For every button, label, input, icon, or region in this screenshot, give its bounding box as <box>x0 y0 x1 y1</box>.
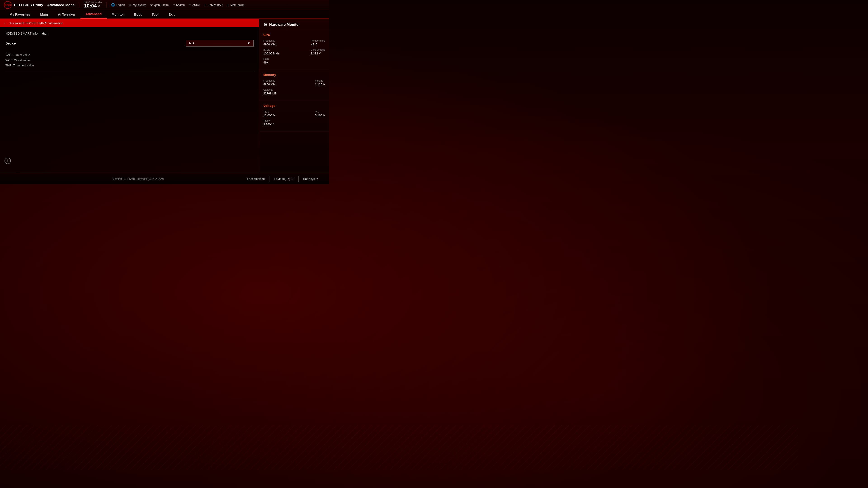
hotkeys-button[interactable]: Hot Keys ? <box>299 176 322 182</box>
hw-mem-freq-col: Frequency 4800 MHz <box>264 79 277 86</box>
nav-favorites[interactable]: My Favorites <box>4 10 35 19</box>
tool-english[interactable]: 🌐 English <box>111 3 125 6</box>
back-button[interactable]: ← <box>4 21 7 25</box>
hw-bclk-col: BCLK 100.00 MHz <box>264 48 279 55</box>
settings-icon[interactable]: ⚙ <box>98 4 100 7</box>
tool-aura[interactable]: ✦ AURA <box>189 3 200 6</box>
hw-12v-col: +12V 12.000 V <box>264 110 275 117</box>
section-title: HDD/SSD SMART Information <box>5 32 254 35</box>
hw-volt-row-1: +12V 12.000 V +5V 5.160 V <box>264 110 325 117</box>
tool-resizebar[interactable]: ⊞ ReSize BAR <box>204 3 223 6</box>
rog-logo: ROG <box>4 1 12 9</box>
tool-search[interactable]: ? Search <box>174 3 185 6</box>
info-button[interactable]: i <box>4 158 11 164</box>
hw-ratio-label: Ratio <box>264 57 269 60</box>
hotkeys-icon: ? <box>316 177 318 181</box>
hw-cpu-temp-label: Temperature <box>311 39 325 42</box>
top-bar: ROG UEFI BIOS Utility – Advanced Mode 08… <box>0 0 329 10</box>
footer-version: Version 2.21.1278 Copyright (C) 2022 AMI <box>34 177 243 181</box>
device-select-value: N/A <box>189 41 245 45</box>
breadcrumb: Advanced\HDD/SSD SMART Information <box>9 22 63 25</box>
hw-33v-value: 3.360 V <box>264 123 274 126</box>
legend-area: VAL: Current value WOR: Worst value THR:… <box>5 53 254 74</box>
nav-boot[interactable]: Boot <box>129 10 147 19</box>
last-modified-button[interactable]: Last Modified <box>243 176 270 182</box>
hw-12v-value: 12.000 V <box>264 113 275 117</box>
hw-ratio-col: Ratio 49x <box>264 57 269 64</box>
monitor-icon: 🖥 <box>264 22 268 27</box>
hw-bclk-value: 100.00 MHz <box>264 52 279 55</box>
hw-5v-col: +5V 5.160 V <box>315 110 325 117</box>
breadcrumb-bar: ← Advanced\HDD/SSD SMART Information <box>0 19 259 27</box>
hw-memory-section: Memory Frequency 4800 MHz Voltage 1.120 … <box>259 70 329 101</box>
hw-12v-label: +12V <box>264 110 275 113</box>
hw-cpu-temp-col: Temperature 47°C <box>311 39 325 46</box>
hw-capacity-col: Capacity 32768 MB <box>264 88 277 95</box>
legend-val: VAL: Current value <box>5 53 254 57</box>
hw-5v-label: +5V <box>315 110 325 113</box>
hw-monitor-title: Hardware Monitor <box>269 23 300 27</box>
time-area: 10:04 ⚙ <box>84 3 100 8</box>
hw-mem-row-2: Capacity 32768 MB <box>264 88 325 95</box>
main-content: ← Advanced\HDD/SSD SMART Information HDD… <box>0 19 329 173</box>
fan-icon: ⟳ <box>150 3 153 6</box>
globe-icon: 🌐 <box>111 3 115 6</box>
hw-corevolt-col: Core Voltage 1.332 V <box>311 48 325 55</box>
left-panel: ← Advanced\HDD/SSD SMART Information HDD… <box>0 19 259 173</box>
nav-exit[interactable]: Exit <box>163 10 180 19</box>
datetime-area: 08/22/2022 Monday 10:04 ⚙ <box>84 1 102 8</box>
hw-33v-label: +3.3V <box>264 119 274 122</box>
hw-cpu-freq-col: Frequency 4900 MHz <box>264 39 277 46</box>
legend-wor: WOR: Worst value <box>5 59 254 62</box>
hw-mem-volt-value: 1.120 V <box>315 83 325 86</box>
hw-capacity-label: Capacity <box>264 88 277 91</box>
hw-cpu-section: CPU Frequency 4900 MHz Temperature 47°C … <box>259 30 329 70</box>
hw-mem-volt-col: Voltage 1.120 V <box>315 79 325 86</box>
nav-aitweaker[interactable]: Ai Tweaker <box>53 10 81 19</box>
hw-5v-value: 5.160 V <box>315 113 325 117</box>
hw-cpu-freq-value: 4900 MHz <box>264 43 277 46</box>
hw-voltage-section: Voltage +12V 12.000 V +5V 5.160 V +3.3V … <box>259 101 329 132</box>
footer: Version 2.21.1278 Copyright (C) 2022 AMI… <box>0 173 329 184</box>
hw-cpu-title: CPU <box>264 33 325 37</box>
hw-mem-freq-label: Frequency <box>264 79 277 82</box>
hw-cpu-row-3: Ratio 49x <box>264 57 325 64</box>
hw-mem-freq-value: 4800 MHz <box>264 83 277 86</box>
aura-icon: ✦ <box>189 3 191 6</box>
nav-main[interactable]: Main <box>35 10 53 19</box>
hw-mem-volt-label: Voltage <box>315 79 325 82</box>
device-select-dropdown[interactable]: N/A ▼ <box>186 40 254 46</box>
device-label: Device <box>5 41 16 45</box>
info-icon-area: i <box>4 158 11 164</box>
top-bar-tools: 🌐 English ☆ MyFavorite ⟳ Qfan Control ? … <box>111 3 326 6</box>
tool-memtest[interactable]: ⊟ MemTest86 <box>227 3 244 6</box>
footer-right: Last Modified EzMode(F7) ↵ Hot Keys ? <box>243 176 322 182</box>
hw-cpu-row-1: Frequency 4900 MHz Temperature 47°C <box>264 39 325 46</box>
hw-ratio-value: 49x <box>264 61 269 64</box>
app-title: UEFI BIOS Utility – Advanced Mode <box>14 3 74 7</box>
tool-qfan[interactable]: ⟳ Qfan Control <box>150 3 169 6</box>
content-body: HDD/SSD SMART Information Device N/A ▼ V… <box>0 27 259 173</box>
chevron-down-icon: ▼ <box>247 41 250 45</box>
search-icon: ? <box>174 3 175 6</box>
nav-tool[interactable]: Tool <box>147 10 164 19</box>
nav-advanced[interactable]: Advanced <box>81 10 107 19</box>
hw-bclk-label: BCLK <box>264 48 279 51</box>
hw-corevolt-label: Core Voltage <box>311 48 325 51</box>
tool-myfavorite[interactable]: ☆ MyFavorite <box>129 3 146 6</box>
hw-corevolt-value: 1.332 V <box>311 52 325 55</box>
hw-memory-title: Memory <box>264 73 325 76</box>
nav-monitor[interactable]: Monitor <box>107 10 129 19</box>
top-divider-2 <box>106 2 107 8</box>
ezmode-button[interactable]: EzMode(F7) ↵ <box>270 176 299 182</box>
hw-voltage-title: Voltage <box>264 104 325 107</box>
legend-divider <box>5 71 254 71</box>
hw-cpu-row-2: BCLK 100.00 MHz Core Voltage 1.332 V <box>264 48 325 55</box>
legend-thr: THR: Threshold value <box>5 64 254 67</box>
hw-monitor-header: 🖥 Hardware Monitor <box>259 19 329 30</box>
hw-volt-row-2: +3.3V 3.360 V <box>264 119 325 126</box>
hw-33v-col: +3.3V 3.360 V <box>264 119 274 126</box>
svg-text:ROG: ROG <box>4 4 11 7</box>
nav-bar: My Favorites Main Ai Tweaker Advanced Mo… <box>0 10 329 19</box>
hw-cpu-freq-label: Frequency <box>264 39 277 42</box>
